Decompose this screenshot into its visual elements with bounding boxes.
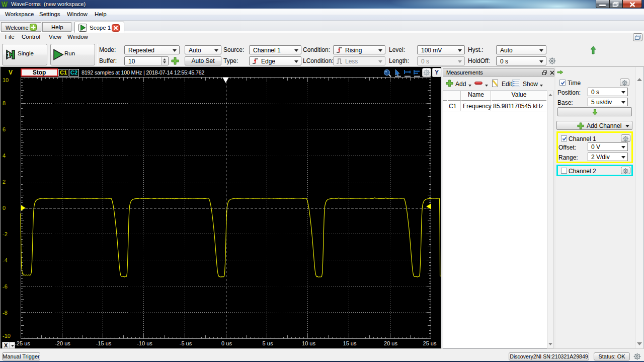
svg-text:25 us: 25 us (423, 340, 437, 346)
svg-text:-6: -6 (3, 283, 8, 289)
svg-text:-2: -2 (3, 231, 8, 237)
svg-text:0: 0 (3, 205, 6, 211)
svg-text:20 us: 20 us (384, 340, 397, 346)
svg-text:-15 us: -15 us (96, 340, 112, 346)
svg-text:4: 4 (3, 153, 6, 159)
svg-text:-25 us: -25 us (15, 340, 30, 346)
svg-text:6: 6 (3, 126, 6, 132)
svg-text:-8: -8 (3, 310, 8, 316)
svg-text:0 us: 0 us (221, 340, 232, 346)
svg-text:8: 8 (3, 100, 6, 106)
svg-text:-5 us: -5 us (180, 340, 192, 346)
svg-text:5 us: 5 us (263, 340, 273, 346)
svg-text:15 us: 15 us (343, 340, 357, 346)
svg-text:-10: -10 (3, 333, 11, 339)
svg-text:-4: -4 (3, 257, 8, 263)
svg-text:1: 1 (7, 51, 11, 59)
svg-text:10 us: 10 us (302, 340, 315, 346)
svg-text:2: 2 (3, 179, 6, 185)
svg-text:-20 us: -20 us (55, 340, 70, 346)
svg-text:-10 us: -10 us (137, 340, 152, 346)
svg-text:10: 10 (3, 77, 9, 83)
